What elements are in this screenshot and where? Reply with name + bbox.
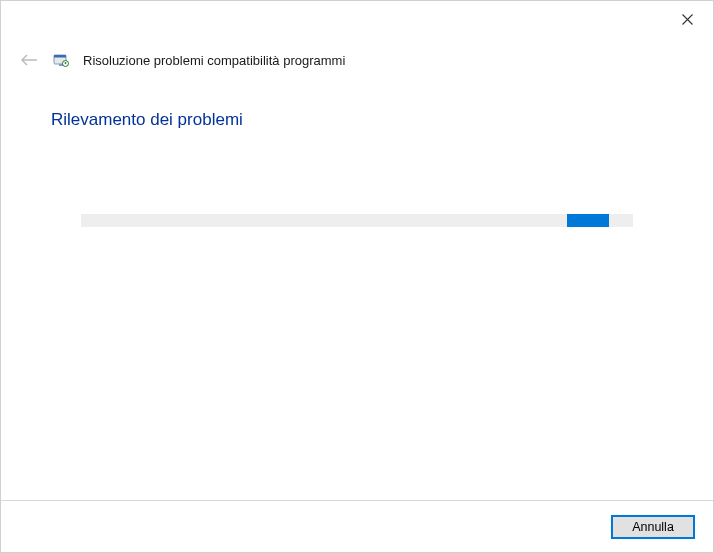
close-icon xyxy=(682,14,693,25)
progress-indicator xyxy=(567,214,609,227)
progress-bar xyxy=(81,214,633,227)
header-row: Risoluzione problemi compatibilità progr… xyxy=(1,36,713,70)
troubleshoot-icon xyxy=(53,52,69,68)
footer: Annulla xyxy=(1,500,713,552)
cancel-button[interactable]: Annulla xyxy=(611,515,695,539)
progress-container xyxy=(51,214,663,227)
close-button[interactable] xyxy=(673,9,701,29)
svg-rect-4 xyxy=(54,55,66,58)
back-button xyxy=(19,50,39,70)
section-heading: Rilevamento dei problemi xyxy=(51,110,663,130)
back-arrow-icon xyxy=(20,53,38,67)
content-area: Rilevamento dei problemi xyxy=(1,70,713,227)
titlebar xyxy=(1,1,713,36)
wizard-title: Risoluzione problemi compatibilità progr… xyxy=(83,53,345,68)
